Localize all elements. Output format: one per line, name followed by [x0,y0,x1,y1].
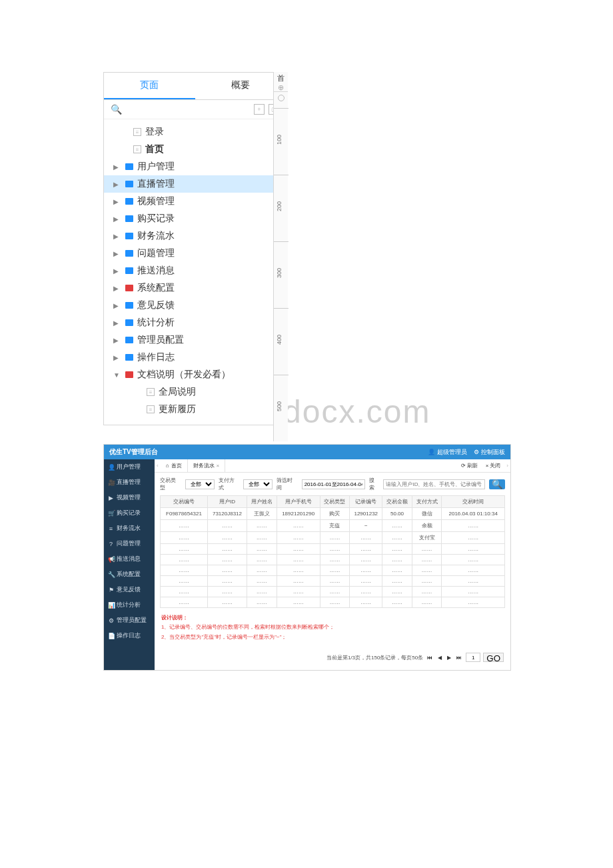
folder-icon [125,233,133,239]
gear-icon: ⚙ [474,449,479,455]
tree-item[interactable]: 文档说明（开发必看） [104,366,286,383]
sidebar-item[interactable]: 🔧系统配置 [104,567,155,582]
table-cell: …… [382,576,412,587]
refresh-label: 刷新 [467,462,478,469]
table-cell: …… [277,520,320,532]
sidebar-item[interactable]: 📊统计分析 [104,597,155,613]
tab-pages[interactable]: 页面 [104,73,195,99]
table-header-cell: 记录编号 [350,496,382,508]
folder-icon [125,267,133,274]
table-cell: …… [382,597,412,608]
filter-pay-select[interactable]: 全部 [243,479,273,489]
tree-search-input[interactable] [127,105,250,115]
filter-type-select[interactable]: 全部 [185,479,215,489]
sidebar-item[interactable]: 🎥直播管理 [104,475,155,490]
sidebar-label: 管理员配置 [117,616,147,625]
folder-icon [125,215,133,222]
filter-time-input[interactable] [302,479,365,489]
filter-search-input[interactable] [383,479,485,489]
add-page-icon[interactable]: + [254,104,265,115]
chevron-right-icon [113,319,121,327]
table-cell: 王振义 [247,508,277,520]
tree-item-label: 管理员配置 [137,334,184,346]
chevron-right-icon [113,198,121,205]
tree-item[interactable]: 推送消息 [104,262,286,279]
sidebar-item[interactable]: 📄操作日志 [104,628,155,643]
tree-item[interactable]: 视频管理 [104,193,286,210]
table-cell: …… [442,520,505,532]
tree-item[interactable]: 财务流水 [104,227,286,245]
sidebar-icon: 🛒 [108,510,114,517]
tree-item[interactable]: 统计分析 [104,314,286,331]
tree-item-label: 统计分析 [137,317,175,329]
table-cell: …… [277,544,320,555]
tree-item[interactable]: ≡首页 [104,141,286,158]
header-control-panel[interactable]: ⚙ 控制面板 [474,448,505,457]
table-cell: …… [247,565,277,576]
table-cell: …… [247,544,277,555]
sidebar-item[interactable]: ?问题管理 [104,536,155,551]
table-cell: …… [277,555,320,565]
tree-item[interactable]: 用户管理 [104,158,286,175]
pager-go-button[interactable]: GO [483,653,504,662]
tree-item[interactable]: ≡登录 [104,123,286,141]
close-all-button[interactable]: × 关闭 [482,462,505,469]
tab-home[interactable]: ⌂ 首页 [161,459,188,472]
chevron-right-icon [113,163,121,171]
table-row: ……………………充值−……余额…… [161,520,505,532]
sidebar-item[interactable]: ≡财务流水 [104,521,155,536]
tree-item[interactable]: 意见反馈 [104,297,286,314]
home-icon: ⌂ [166,463,169,469]
sidebar-item[interactable]: ⚑意见反馈 [104,582,155,597]
sidebar-item[interactable]: 🛒购买记录 [104,505,155,521]
pager-next-icon[interactable]: ▶ [446,655,452,661]
table-cell: …… [382,520,412,532]
pager-last-icon[interactable]: ⏭ [455,655,463,661]
table-cell: …… [207,587,247,597]
table-cell: …… [247,587,277,597]
table-header-cell: 用户姓名 [247,496,277,508]
tabs-next-icon[interactable]: › [504,463,510,469]
search-button[interactable]: 🔍 [489,479,505,489]
table-cell: 支付宝 [412,532,442,544]
header-user[interactable]: 👤 超级管理员 [428,448,467,457]
tabs-prev-icon[interactable]: ‹ [155,463,161,469]
tree-item[interactable]: 直播管理 [104,175,286,193]
folder-icon [125,163,133,170]
chevron-right-icon [113,285,121,292]
user-icon: 👤 [428,449,435,455]
sidebar-item[interactable]: ⚙管理员配置 [104,613,155,628]
tree-item[interactable]: ≡更新履历 [104,401,286,418]
pager-first-icon[interactable]: ⏮ [426,655,434,661]
tree-item[interactable]: 问题管理 [104,245,286,262]
pager-page-input[interactable] [466,653,480,662]
tree-item[interactable]: 管理员配置 [104,331,286,349]
sidebar-item[interactable]: 👤用户管理 [104,459,155,475]
table-cell: 12901232 [350,508,382,520]
tab-close-icon[interactable]: × [217,463,220,469]
table-cell: …… [412,544,442,555]
sidebar-item[interactable]: 📢推送消息 [104,551,155,567]
tree-item[interactable]: 系统配置 [104,279,286,297]
table-cell: …… [320,555,350,565]
tree-item-label: 用户管理 [137,161,175,173]
admin-panel: 优生TV管理后台 👤 超级管理员 ⚙ 控制面板 👤用户管理🎥直播管理▶视频管理🛒… [103,444,511,671]
tab-home-label: 首页 [171,462,182,469]
table-header-cell: 交易时间 [442,496,505,508]
sidebar-item[interactable]: ▶视频管理 [104,490,155,505]
tab-overview[interactable]: 概要 [195,73,287,99]
pager-prev-icon[interactable]: ◀ [436,655,443,661]
tree-item[interactable]: 操作日志 [104,349,286,366]
search-icon: 🔍 [111,104,122,115]
table-header-cell: 用户手机号 [277,496,320,508]
table-cell: 50.00 [382,508,412,520]
tree-item[interactable]: ≡全局说明 [104,383,286,401]
tab-finance[interactable]: 财务流水 × [188,459,226,472]
table-cell: …… [412,597,442,608]
sidebar-label: 操作日志 [117,631,141,640]
ruler-column: 首 ⊕ 100200300400500 [273,72,288,441]
refresh-button[interactable]: ⟳ 刷新 [457,462,482,469]
page-icon: ≡ [133,128,141,136]
tree-item[interactable]: 购买记录 [104,210,286,227]
page-icon: ≡ [133,145,141,153]
